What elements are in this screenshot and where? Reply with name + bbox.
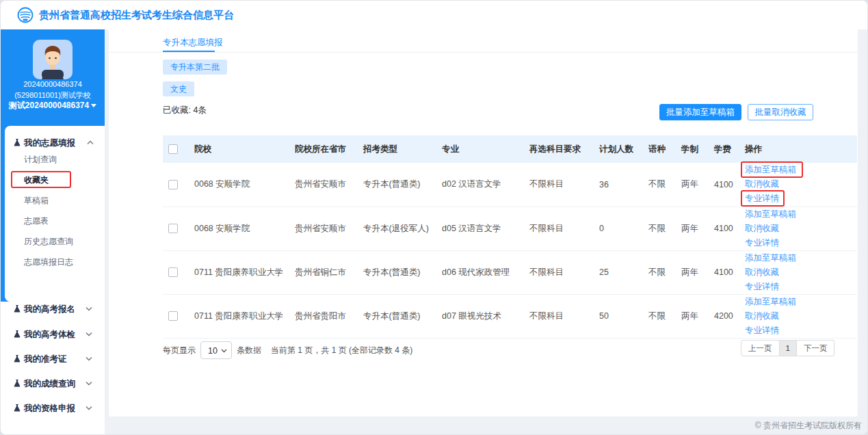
row-checkbox[interactable] — [168, 180, 178, 189]
add-to-drafts-link[interactable]: 添加至草稿箱 — [745, 295, 796, 309]
copyright-text: © 贵州省招生考试院版权所有 — [755, 420, 862, 432]
select-all-checkbox[interactable] — [168, 144, 178, 154]
cell-duration: 两年 — [681, 250, 714, 294]
cell-college: 0068 安顺学院 — [194, 207, 295, 250]
sidebar-group-admission-ticket[interactable]: 我的准考证 — [1, 352, 105, 365]
col-planned: 计划人数 — [599, 135, 648, 163]
sidebar-item-volunteer-form[interactable]: 志愿表 — [24, 214, 49, 228]
cell-college: 0711 贵阳康养职业大学 — [194, 250, 295, 294]
per-page-select[interactable]: 10 — [200, 341, 232, 359]
user-id: 20240000486374 — [1, 80, 105, 88]
sidebar-item-drafts[interactable]: 草稿箱 — [24, 194, 49, 207]
major-detail-link[interactable]: 专业详情 — [745, 280, 779, 294]
col-college: 院校 — [194, 135, 295, 163]
cell-duration: 两年 — [681, 294, 714, 338]
per-page-value: 10 — [208, 345, 218, 356]
sidebar-group-gaokao-signup[interactable]: 我的高考报名 — [1, 302, 105, 315]
sidebar-group-score-query[interactable]: 我的成绩查询 — [1, 376, 105, 390]
cell-city: 贵州省安顺市 — [295, 207, 363, 250]
unfavorite-link[interactable]: 取消收藏 — [745, 265, 779, 280]
sidebar-group-label: 我的志愿填报 — [24, 137, 75, 149]
cell-subjects: 不限科目 — [529, 250, 599, 294]
cell-language: 不限 — [648, 294, 681, 338]
cell-city: 贵州省铜仁市 — [295, 250, 363, 294]
unfavorite-link[interactable]: 取消收藏 — [745, 177, 779, 192]
app-window: 贵州省普通高校招生考试考生综合信息平台 20240000486374 (5298… — [0, 0, 868, 435]
cell-type: 专升本(退役军人) — [363, 207, 442, 250]
chevron-down-icon — [86, 381, 92, 386]
flask-icon — [13, 138, 21, 146]
add-to-drafts-link[interactable]: 添加至草稿箱 — [745, 251, 796, 265]
major-detail-link[interactable]: 专业详情 — [745, 324, 779, 338]
table-row: 0711 贵阳康养职业大学 贵州省铜仁市 专升本(普通类) d06 现代家政管理… — [163, 250, 857, 294]
cell-subjects: 不限科目 — [529, 207, 599, 250]
table-row: 0068 安顺学院 贵州省安顺市 专升本(退役军人) d05 汉语言文学 不限科… — [163, 207, 857, 250]
add-to-drafts-link[interactable]: 添加至草稿箱 — [745, 163, 796, 177]
chevron-down-icon — [86, 332, 92, 337]
user-dropdown[interactable]: 测试20240000486374 — [1, 100, 105, 111]
sidebar-group-volunteer[interactable]: 我的志愿填报 — [5, 135, 105, 150]
flask-icon — [13, 379, 21, 387]
row-checkbox[interactable] — [168, 267, 178, 277]
cell-major: d02 汉语言文学 — [442, 163, 529, 207]
flask-icon — [13, 404, 21, 412]
favorites-count: 已收藏: 4条 — [163, 105, 207, 116]
chevron-down-icon — [221, 349, 227, 353]
prev-page-button[interactable]: 上一页 — [741, 340, 780, 356]
next-page-button[interactable]: 下一页 — [797, 340, 835, 356]
cell-duration: 两年 — [681, 207, 714, 250]
chevron-down-icon — [86, 406, 92, 410]
cell-duration: 两年 — [681, 163, 714, 207]
major-detail-link[interactable]: 专业详情 — [745, 192, 779, 206]
volunteer-menu-card: 我的志愿填报 计划查询 收藏夹 草稿箱 志愿表 历史志愿查询 志愿填报日志 — [5, 126, 105, 302]
sidebar-item-fill-log[interactable]: 志愿填报日志 — [24, 255, 73, 269]
batch-filter-chip[interactable]: 专升本第二批 — [163, 60, 227, 75]
page-summary: 当前第 1 页，共 1 页 (全部记录数 4 条) — [271, 345, 412, 355]
unfavorite-link[interactable]: 取消收藏 — [745, 222, 779, 236]
tab-zhuanshengben[interactable]: 专升本志愿填报 — [163, 37, 223, 49]
main-content: 专升本志愿填报 专升本第二批 文史 已收藏: 4条 批量添加至草稿箱 批量取消收… — [109, 29, 858, 417]
table-header-row: 院校 院校所在省市 招考类型 专业 再选科目要求 计划人数 语种 学制 学费 操… — [163, 135, 857, 163]
favorites-annotation-box: 收藏夹 — [24, 173, 49, 187]
avatar — [33, 40, 73, 79]
cell-language: 不限 — [648, 207, 681, 250]
cell-city: 贵州省贵阳市 — [295, 294, 363, 338]
col-duration: 学制 — [681, 135, 714, 163]
add-to-drafts-link[interactable]: 添加至草稿箱 — [745, 207, 796, 222]
pagination-info: 每页显示10条数据当前第 1 页，共 1 页 (全部记录数 4 条) — [163, 341, 412, 359]
tab-divider — [109, 52, 858, 53]
sidebar-item-favorites[interactable]: 收藏夹 — [24, 173, 49, 187]
sidebar-group-qualification[interactable]: 我的资格申报 — [1, 401, 105, 414]
cell-subjects: 不限科目 — [529, 294, 599, 338]
table-row: 0068 安顺学院 贵州省安顺市 专升本(普通类) d02 汉语言文学 不限科目… — [163, 163, 857, 207]
row-checkbox[interactable] — [168, 311, 178, 321]
col-actions: 操作 — [745, 135, 857, 163]
cell-language: 不限 — [648, 163, 681, 207]
cell-college: 0068 安顺学院 — [194, 163, 295, 207]
page-title: 贵州省普通高校招生考试考生综合信息平台 — [39, 9, 234, 22]
current-page-button[interactable]: 1 — [780, 340, 797, 356]
cell-planned: 0 — [599, 207, 648, 250]
category-filter-chip[interactable]: 文史 — [163, 81, 194, 96]
row-checkbox[interactable] — [168, 224, 178, 233]
batch-add-to-drafts-button[interactable]: 批量添加至草稿箱 — [659, 104, 741, 120]
col-tuition: 学费 — [714, 135, 745, 163]
sidebar-group-physical-exam[interactable]: 我的高考体检 — [1, 327, 105, 341]
chevron-down-icon — [86, 356, 92, 361]
col-city: 院校所在省市 — [295, 135, 363, 163]
tab-underline — [163, 51, 215, 52]
table-row: 0711 贵阳康养职业大学 贵州省贵阳市 专升本(普通类) d07 眼视光技术 … — [163, 294, 857, 338]
sidebar-item-plan-query[interactable]: 计划查询 — [24, 153, 57, 166]
per-page-suffix: 条数据 — [237, 345, 261, 355]
col-major: 专业 — [442, 135, 529, 163]
cell-tuition: 4100 — [714, 250, 745, 294]
platform-emblem-icon — [17, 7, 34, 23]
per-page-prefix: 每页显示 — [163, 345, 196, 355]
caret-down-icon — [91, 103, 96, 107]
major-detail-link[interactable]: 专业详情 — [745, 236, 779, 250]
batch-unfavorite-button[interactable]: 批量取消收藏 — [748, 104, 813, 120]
sidebar-item-history-query[interactable]: 历史志愿查询 — [24, 235, 73, 248]
cell-tuition: 4100 — [714, 207, 745, 250]
col-language: 语种 — [648, 135, 681, 163]
unfavorite-link[interactable]: 取消收藏 — [745, 309, 779, 324]
